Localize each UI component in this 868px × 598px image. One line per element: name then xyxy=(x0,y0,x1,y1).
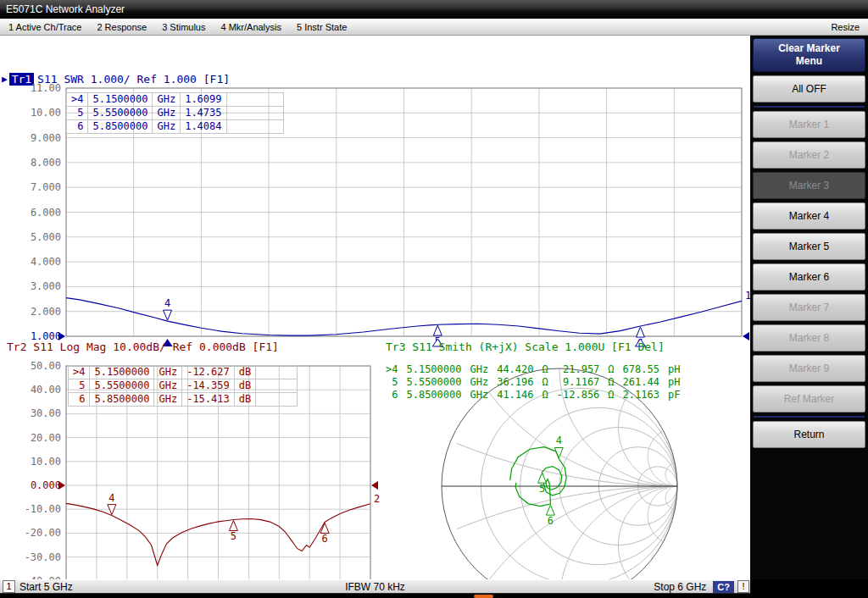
marker-table-row: >45.1500000GHz-12.627dB xyxy=(69,366,298,379)
svg-text:6: 6 xyxy=(322,533,328,545)
svg-text:6: 6 xyxy=(548,515,554,527)
softkey-marker-3[interactable]: Marker 3 xyxy=(753,172,865,199)
svg-text:-10.00: -10.00 xyxy=(25,503,61,515)
svg-text:6.000: 6.000 xyxy=(31,207,61,219)
marker-4-glyph: 4 xyxy=(554,435,563,457)
softkey-marker-6[interactable]: Marker 6 xyxy=(753,263,865,291)
svg-text:4: 4 xyxy=(556,435,562,446)
bottom-edge-strip xyxy=(0,594,868,598)
tr2-marker-readout: >45.1500000GHz-12.627dB 55.5500000GHz-14… xyxy=(68,365,298,407)
softkey-marker-7[interactable]: Marker 7 xyxy=(753,294,865,321)
marker-table-row: >45.1500000GHz1.6099 xyxy=(67,93,284,107)
softkey-all-off[interactable]: All OFF xyxy=(753,75,865,102)
menu-item-1-active-ch-trace[interactable]: 1 Active Ch/Trace xyxy=(8,22,81,32)
svg-text:4: 4 xyxy=(164,297,170,309)
softkey-marker-9[interactable]: Marker 9 xyxy=(753,355,865,382)
svg-text:5.000: 5.000 xyxy=(31,231,61,243)
marker-4-glyph: 4 xyxy=(164,297,172,320)
marker-table-row: 55.5500000GHz36.196Ω9.1167Ω261.44pH xyxy=(381,376,684,389)
active-trace-arrow-icon: ▶ xyxy=(2,74,8,85)
marker-table-row: >45.1500000GHz44.420Ω21.957Ω678.55pH xyxy=(381,363,684,376)
marker-6-glyph: 6 xyxy=(546,505,554,527)
marker-table-row: 65.8500000GHz-15.413dB xyxy=(69,393,298,407)
analyzer-window: E5071C Network Analyzer 1 Active Ch/Trac… xyxy=(0,0,868,598)
tr2-label: Tr2 xyxy=(7,341,26,353)
softkey-menu-title: Clear Marker Menu xyxy=(753,38,865,72)
marker-table-row: 65.8500000GHz41.146Ω-12.856Ω2.1163pF xyxy=(381,389,684,401)
instrument-display: ▶Tr1S11 SWR 1.000/ Ref 1.000 [F1] 11.001… xyxy=(0,36,750,579)
menu-bar: 1 Active Ch/Trace2 Response3 Stimulus4 M… xyxy=(0,19,868,36)
tr3-trace-header[interactable]: Tr3 S11 Smith (R+jX) Scale 1.000U [F1 De… xyxy=(386,341,665,353)
menu-item-resize[interactable]: Resize xyxy=(831,22,860,32)
softkey-return[interactable]: Return xyxy=(753,421,865,448)
svg-text:-30.00: -30.00 xyxy=(25,551,61,563)
softkey-separator xyxy=(754,106,865,108)
menu-item-3-stimulus[interactable]: 3 Stimulus xyxy=(162,22,205,32)
marker-table-row: 55.5500000GHz-14.359dB xyxy=(69,379,298,393)
tr1-marker-readout: >45.1500000GHz1.6099 55.5500000GHz1.4735… xyxy=(66,92,284,134)
svg-text:4.000: 4.000 xyxy=(31,256,61,268)
softkey-sidebar: Clear Marker Menu All OFFMarker 1Marker … xyxy=(750,36,868,579)
svg-text:2.000: 2.000 xyxy=(31,306,61,318)
softkey-marker-4[interactable]: Marker 4 xyxy=(753,202,865,230)
svg-text:-20.00: -20.00 xyxy=(25,527,61,539)
status-bar: 1 Start 5 GHz IFBW 70 kHz Stop 6 GHz C? … xyxy=(0,579,750,594)
softkey-separator xyxy=(754,416,865,418)
svg-text:10.00: 10.00 xyxy=(31,456,61,468)
softkey-ref-marker[interactable]: Ref Marker xyxy=(753,385,865,413)
svg-text:5: 5 xyxy=(539,483,545,495)
svg-text:7.000: 7.000 xyxy=(31,181,61,193)
marker-4-glyph: 4 xyxy=(108,492,116,515)
tr1-descriptor: S11 SWR 1.000/ Ref 1.000 [F1] xyxy=(37,73,230,86)
tr2-descriptor: S11 Log Mag 10.00dB/ Ref 0.000dB [F1] xyxy=(33,341,279,353)
softkey-marker-2[interactable]: Marker 2 xyxy=(753,141,865,169)
marker-table-row: 55.5500000GHz1.4735 xyxy=(67,107,284,120)
tr3-marker-readout: >45.1500000GHz44.420Ω21.957Ω678.55pH 55.… xyxy=(381,363,684,401)
tr2-trace-header[interactable]: Tr2 S11 Log Mag 10.00dB/ Ref 0.000dB [F1… xyxy=(7,341,279,353)
menu-item-4-mkr-analysis[interactable]: 4 Mkr/Analysis xyxy=(220,22,281,32)
svg-text:50.00: 50.00 xyxy=(31,360,61,372)
softkey-marker-1[interactable]: Marker 1 xyxy=(753,111,865,138)
window-title: E5071C Network Analyzer xyxy=(6,3,125,15)
svg-text:11.00: 11.00 xyxy=(31,82,61,94)
svg-text:40.00: 40.00 xyxy=(31,384,61,396)
marker-table-row: 65.8500000GHz1.4084 xyxy=(67,120,284,134)
softkey-marker-5[interactable]: Marker 5 xyxy=(753,233,865,260)
marker-5-glyph: 5 xyxy=(538,473,547,495)
taskbar-peek xyxy=(474,595,493,598)
svg-text:0.000: 0.000 xyxy=(31,479,61,491)
tr3-descriptor: S11 Smith (R+jX) Scale 1.000U [F1 Del] xyxy=(412,341,664,353)
menu-item-5-instr-state[interactable]: 5 Instr State xyxy=(297,22,347,32)
svg-text:3.000: 3.000 xyxy=(31,280,61,292)
svg-text:8.000: 8.000 xyxy=(31,157,61,169)
window-titlebar: E5071C Network Analyzer xyxy=(0,0,868,19)
softkey-marker-8[interactable]: Marker 8 xyxy=(753,324,865,352)
svg-text:10.00: 10.00 xyxy=(31,107,61,119)
menu-item-2-response[interactable]: 2 Response xyxy=(97,22,147,32)
ifbw-label: IFBW 70 kHz xyxy=(0,581,750,593)
svg-text:9.000: 9.000 xyxy=(31,132,61,144)
marker-5-glyph: 5 xyxy=(229,520,237,542)
svg-text:30.00: 30.00 xyxy=(31,407,61,419)
tr3-label: Tr3 xyxy=(386,341,405,353)
svg-text:20.00: 20.00 xyxy=(31,432,61,444)
svg-text:4: 4 xyxy=(108,492,114,504)
svg-text:5: 5 xyxy=(231,530,236,542)
